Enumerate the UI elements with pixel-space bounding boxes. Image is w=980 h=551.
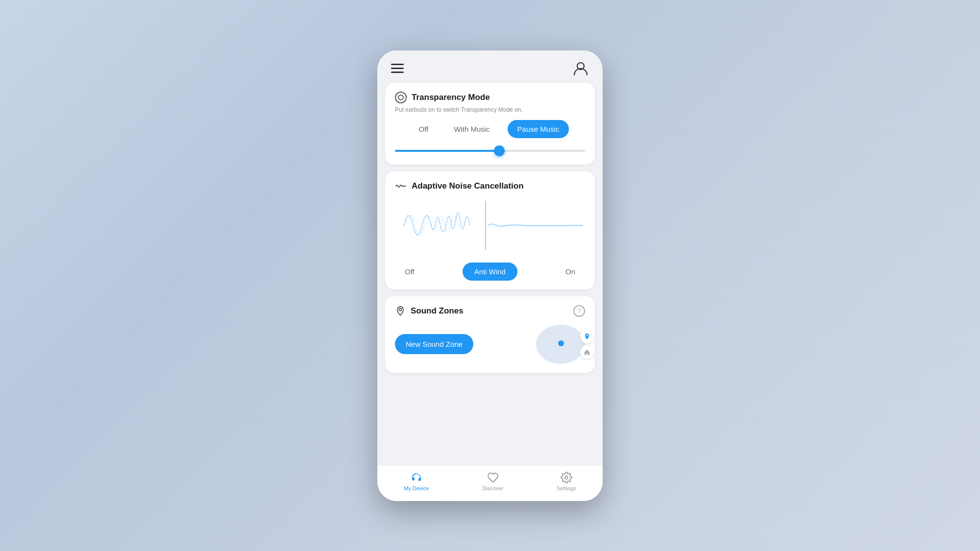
gear-icon: [561, 472, 572, 483]
tm-off-button[interactable]: Off: [411, 121, 437, 137]
help-icon-label: ?: [577, 307, 581, 314]
sound-zones-card: Sound Zones ? New Sound Zone: [385, 296, 595, 373]
menu-button[interactable]: [391, 64, 404, 73]
nav-my-device-label: My Device: [404, 485, 429, 491]
heart-icon: [487, 472, 499, 483]
transparency-icon: [395, 92, 407, 103]
phone-content: Transparency Mode Put earbuds on to swit…: [377, 50, 603, 501]
sound-zones-header-left: Sound Zones: [395, 306, 464, 316]
anc-header: Adaptive Noise Cancellation: [395, 180, 585, 192]
map-home-button[interactable]: [580, 345, 594, 359]
bottom-navigation: My Device Discover Settings: [377, 465, 603, 501]
anc-card: Adaptive Noise Cancellation: [385, 171, 595, 289]
transparency-mode-subtitle: Put earbuds on to switch Transparency Mo…: [395, 106, 585, 113]
sound-zones-help-button[interactable]: ?: [573, 305, 585, 317]
nav-discover[interactable]: Discover: [482, 472, 503, 491]
nav-settings-label: Settings: [557, 485, 576, 491]
anc-off-button[interactable]: Off: [405, 267, 415, 276]
map-location-dot: [558, 340, 564, 346]
slider-track: [395, 150, 585, 152]
transparency-mode-buttons: Off With Music Pause Music: [395, 120, 585, 138]
sound-zones-title: Sound Zones: [411, 306, 464, 316]
slider-thumb[interactable]: [494, 145, 505, 156]
nav-my-device[interactable]: My Device: [404, 472, 429, 491]
transparency-mode-header: Transparency Mode: [395, 92, 585, 103]
header: [377, 50, 603, 83]
svg-point-4: [565, 476, 568, 479]
anc-title: Adaptive Noise Cancellation: [412, 181, 524, 191]
sound-zones-content: New Sound Zone: [395, 325, 585, 364]
map-pin-button[interactable]: [580, 330, 594, 343]
svg-point-2: [399, 308, 402, 311]
transparency-mode-title: Transparency Mode: [412, 93, 490, 102]
anc-anti-wind-button[interactable]: Anti Wind: [463, 263, 517, 281]
anc-on-button[interactable]: On: [565, 267, 575, 276]
profile-button[interactable]: [572, 60, 589, 77]
sound-zones-map: [536, 325, 585, 364]
nav-settings[interactable]: Settings: [557, 472, 576, 491]
svg-point-3: [587, 335, 588, 336]
phone-frame: Transparency Mode Put earbuds on to swit…: [377, 50, 603, 501]
tm-with-music-button[interactable]: With Music: [446, 121, 497, 137]
anc-buttons: Off Anti Wind On: [395, 263, 585, 281]
transparency-slider[interactable]: [395, 146, 585, 156]
headphones-icon: [411, 472, 422, 483]
transparency-mode-card: Transparency Mode Put earbuds on to swit…: [385, 83, 595, 165]
tm-pause-music-button[interactable]: Pause Music: [508, 120, 569, 138]
location-icon: [395, 306, 406, 316]
slider-fill: [395, 150, 499, 152]
nav-discover-label: Discover: [482, 485, 503, 491]
sound-zones-header: Sound Zones ?: [395, 305, 585, 317]
anc-icon: [395, 180, 407, 192]
new-sound-zone-button[interactable]: New Sound Zone: [395, 334, 473, 354]
anc-waveform: [395, 196, 585, 255]
